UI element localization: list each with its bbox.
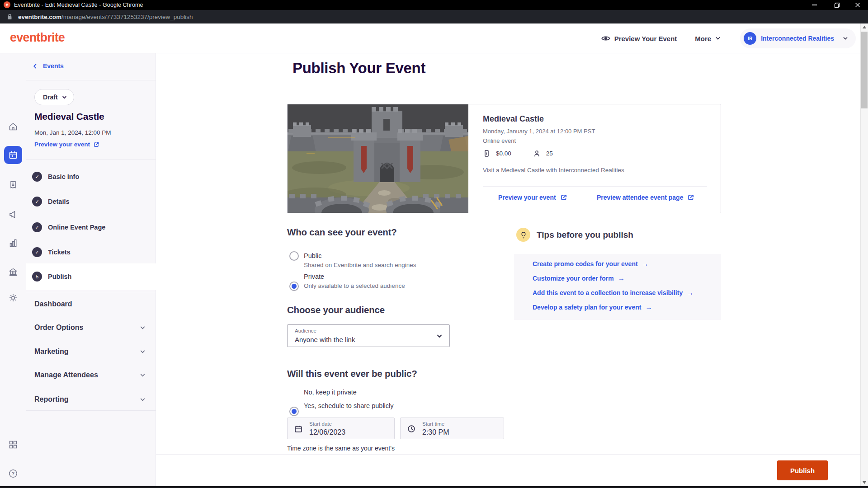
preview-your-event-link[interactable]: Preview your event	[498, 194, 567, 201]
radio-schedule-public-label[interactable]: Yes, schedule to share publicly	[304, 402, 394, 409]
sidebar-item-manage-attendees[interactable]: Manage Attendees	[26, 366, 156, 384]
divider	[26, 80, 156, 80]
more-label: More	[695, 35, 711, 42]
home-icon	[8, 121, 19, 132]
tip-link-order-form[interactable]: Customize your order form →	[533, 274, 625, 282]
audience-select[interactable]: Audience Anyone with the link	[287, 324, 450, 347]
step-details[interactable]: ✓ Details	[26, 192, 156, 211]
menu-label: Dashboard	[34, 300, 72, 308]
radio-private[interactable]	[289, 282, 299, 291]
menu-label: Manage Attendees	[34, 371, 98, 379]
close-icon	[855, 2, 860, 8]
preview-attendee-event-page-link[interactable]: Preview attendee event page	[597, 194, 694, 201]
card-event-location: Online event	[483, 137, 516, 144]
more-button[interactable]: More	[695, 35, 721, 42]
eye-icon	[601, 33, 611, 43]
step-label: Publish	[48, 273, 71, 280]
window-bottom-edge	[0, 486, 868, 488]
sidebar-event-datetime: Mon, Jan 1, 2024, 12:00 PM	[34, 129, 111, 136]
bar-chart-icon	[8, 238, 19, 249]
ticket-icon	[482, 149, 491, 158]
external-link-icon	[560, 194, 567, 201]
lightbulb-icon	[519, 230, 528, 239]
minimize-button[interactable]	[804, 0, 825, 10]
preview-link-label: Preview your event	[34, 141, 90, 148]
radio-keep-private-label[interactable]: No, keep it private	[304, 389, 357, 396]
account-name: Interconnected Realities	[761, 35, 834, 42]
page-scrollbar[interactable]	[860, 23, 868, 486]
preview-your-event-button[interactable]: Preview Your Event	[601, 33, 677, 43]
tip-link-label: Customize your order form	[533, 275, 614, 282]
orders-nav-button[interactable]	[4, 176, 22, 194]
account-menu[interactable]: IR Interconnected Realities	[740, 28, 856, 48]
radio-private-label[interactable]: Private	[304, 273, 324, 280]
event-image	[288, 104, 468, 213]
calendar-icon	[293, 424, 303, 434]
sidebar-item-dashboard[interactable]: Dashboard	[26, 295, 156, 313]
start-time-input[interactable]: Start time 2:30 PM	[400, 418, 504, 439]
tip-link-safety-plan[interactable]: Develop a safety plan for your event →	[533, 303, 652, 311]
back-to-events-link[interactable]: Events	[32, 62, 64, 70]
finance-nav-button[interactable]	[4, 263, 22, 281]
restore-button[interactable]	[826, 0, 847, 10]
card-event-title: Medieval Castle	[483, 114, 544, 124]
chevron-down-icon	[139, 396, 146, 403]
start-date-input[interactable]: Start date 12/06/2023	[287, 418, 395, 439]
url-path: /manage/events/773371253237/preview_publ…	[61, 14, 193, 20]
marketing-nav-button[interactable]	[4, 205, 22, 223]
chevron-left-icon	[32, 63, 38, 70]
url-bar[interactable]: eventbrite.com/manage/events/77337125323…	[0, 10, 868, 23]
step-basic-info[interactable]: ✓ Basic Info	[26, 168, 156, 186]
sidebar-preview-event-link[interactable]: Preview your event	[34, 141, 99, 148]
window-title: Eventbrite - Edit Medieval Castle - Goog…	[14, 2, 143, 8]
card-capacity: 25	[546, 150, 553, 157]
radio-keep-private[interactable]	[289, 407, 299, 416]
clock-icon	[406, 424, 416, 434]
sidebar-item-order-options[interactable]: Order Options	[26, 319, 156, 337]
radio-private-description: Only available to a selected audience	[304, 282, 405, 289]
minimize-icon	[812, 5, 817, 5]
radio-public-label[interactable]: Public	[304, 252, 322, 259]
divider	[26, 410, 156, 411]
events-nav-button[interactable]	[4, 146, 22, 164]
card-event-summary: Visit a Medieval Castle with Interconnec…	[483, 167, 624, 174]
step-publish[interactable]: 5 Publish	[26, 267, 156, 286]
lightbulb-badge	[516, 228, 530, 242]
publish-button[interactable]: Publish	[777, 460, 828, 480]
apps-nav-button[interactable]	[4, 436, 22, 454]
eventbrite-logo[interactable]: eventbrite	[10, 31, 65, 45]
start-time-label: Start time	[422, 421, 444, 427]
page-title: Publish Your Event	[292, 60, 425, 77]
lock-icon	[5, 13, 14, 20]
step-label: Online Event Page	[48, 224, 105, 231]
menu-label: Reporting	[34, 395, 69, 404]
step-tickets[interactable]: ✓ Tickets	[26, 243, 156, 261]
tip-link-collection[interactable]: Add this event to a collection to increa…	[533, 289, 693, 296]
start-date-value: 12/06/2023	[309, 428, 345, 436]
help-button[interactable]: ?	[4, 465, 22, 483]
settings-nav-button[interactable]	[4, 289, 22, 307]
gear-icon	[8, 292, 19, 303]
sidebar-item-marketing[interactable]: Marketing	[26, 343, 156, 361]
arrow-right-icon: →	[645, 303, 652, 311]
scrollbar-down-arrow-icon[interactable]	[863, 481, 866, 484]
scrollbar-up-arrow-icon[interactable]	[863, 26, 866, 28]
step-online-event-page[interactable]: ✓ Online Event Page	[26, 218, 156, 236]
tip-link-label: Add this event to a collection to increa…	[533, 289, 683, 296]
radio-public[interactable]	[289, 251, 299, 261]
menu-label: Marketing	[34, 347, 69, 356]
event-status-dropdown[interactable]: Draft	[34, 89, 74, 105]
sidebar-item-reporting[interactable]: Reporting	[26, 390, 156, 408]
url-text: eventbrite.com/manage/events/77337125323…	[18, 14, 193, 20]
tip-link-promo-codes[interactable]: Create promo codes for your event →	[533, 260, 649, 267]
link-label: Preview your event	[498, 194, 556, 201]
step-label: Basic Info	[48, 173, 79, 180]
home-nav-button[interactable]	[4, 117, 22, 136]
close-button[interactable]	[847, 0, 868, 10]
scrollbar-thumb[interactable]	[861, 32, 868, 108]
step-check-icon: ✓	[32, 197, 42, 206]
event-summary-card: Medieval Castle Monday, January 1, 2024 …	[287, 104, 721, 213]
header-actions: Preview Your Event More IR Interconnecte…	[601, 23, 856, 53]
reports-nav-button[interactable]	[4, 234, 22, 252]
main-content: Publish Your Event	[156, 53, 860, 455]
